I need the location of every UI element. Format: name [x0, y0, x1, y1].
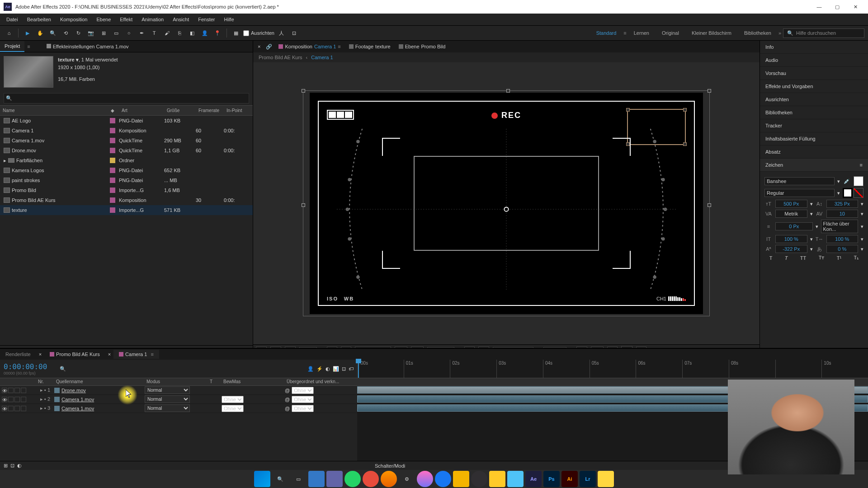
- chevron-down-icon[interactable]: ▾: [837, 178, 840, 184]
- workspace-bibliotheken[interactable]: Bibliotheken: [739, 28, 777, 38]
- menu-ansicht[interactable]: Ansicht: [168, 15, 193, 24]
- bold-icon[interactable]: T: [769, 255, 773, 261]
- breadcrumb-item[interactable]: Promo Bild AE Kurs: [259, 55, 302, 60]
- eyedropper-icon[interactable]: 💉: [843, 177, 851, 185]
- snap-opts2-icon[interactable]: ⊡: [289, 28, 300, 38]
- messenger-icon[interactable]: [417, 471, 433, 487]
- comp-tab-komposition[interactable]: Komposition Camera 1 ≡: [275, 42, 344, 51]
- menu-komposition[interactable]: Komposition: [56, 15, 92, 24]
- type-tool-icon[interactable]: T: [149, 28, 160, 38]
- allcaps-icon[interactable]: TT: [800, 255, 806, 261]
- tsume-field[interactable]: 0 %: [826, 245, 859, 253]
- stroke-mode-dropdown[interactable]: Fläche über Kon...: [821, 220, 859, 233]
- smallcaps-icon[interactable]: Tᴛ: [819, 255, 825, 261]
- ae-taskbar-icon[interactable]: Ae: [525, 471, 542, 487]
- timeline-ruler[interactable]: :00s01s02s03s04s05s06s07s08s10s: [357, 360, 868, 378]
- puppet-tool-icon[interactable]: 📍: [212, 28, 223, 38]
- tl-tab-menu-icon[interactable]: ≡: [151, 352, 153, 357]
- taskbar-search-icon[interactable]: 🔍: [272, 471, 288, 487]
- close-button[interactable]: ✕: [846, 0, 864, 14]
- brush-tool-icon[interactable]: 🖌: [161, 28, 172, 38]
- project-item[interactable]: Camera 1.mov QuickTime290 MB 60: [0, 136, 253, 145]
- parent-dropdown[interactable]: Ohne: [292, 387, 314, 394]
- explorer-icon[interactable]: [308, 471, 325, 487]
- project-item[interactable]: Drone.mov QuickTime1,1 GB 600:00:: [0, 145, 253, 155]
- clone-tool-icon[interactable]: ⎘: [174, 28, 185, 38]
- tl-search-icon[interactable]: 🔍: [60, 366, 66, 372]
- timeline-timecode[interactable]: 0:00:00:00: [4, 362, 47, 371]
- pen-tool-icon[interactable]: ✒: [136, 28, 147, 38]
- stroke-color-swatch[interactable]: [843, 188, 853, 198]
- start-icon[interactable]: [254, 471, 270, 487]
- playhead[interactable]: [358, 360, 359, 378]
- zoom-tool-icon[interactable]: 🔍: [47, 28, 58, 38]
- notes-icon[interactable]: [453, 471, 469, 487]
- no-color-swatch[interactable]: [854, 188, 863, 198]
- visibility-toggle[interactable]: 👁: [2, 397, 7, 402]
- rotate-tool-icon[interactable]: ↻: [73, 28, 84, 38]
- toggle-switches-icon[interactable]: ⊞: [4, 463, 8, 469]
- project-item[interactable]: Promo Bild Importe...G1,6 MB: [0, 185, 253, 195]
- subscript-icon[interactable]: T₁: [854, 255, 859, 261]
- col-in-header[interactable]: In-Point: [224, 107, 251, 114]
- pickwhip-icon[interactable]: @: [285, 406, 290, 411]
- folder-icon[interactable]: [489, 471, 505, 487]
- workspace-original[interactable]: Original: [656, 28, 684, 38]
- blend-mode-dropdown[interactable]: Normal: [145, 386, 190, 394]
- orbit-tool-icon[interactable]: ⟲: [60, 28, 71, 38]
- comp-close-icon[interactable]: ×: [255, 44, 263, 49]
- leading-field[interactable]: 325 Px: [826, 200, 859, 208]
- layer-hdr-bwm[interactable]: BewMas: [222, 378, 285, 385]
- font-size-field[interactable]: 500 Px: [775, 200, 807, 208]
- effect-controls-tab[interactable]: Effekteinstellungen Camera 1.mov: [42, 42, 133, 52]
- menu-hilfe[interactable]: Hilfe: [220, 15, 239, 24]
- menu-bearbeiten[interactable]: Bearbeiten: [23, 15, 56, 24]
- stroke-width-field[interactable]: 0 Px: [775, 222, 813, 230]
- app-red-icon[interactable]: [363, 471, 379, 487]
- timeline-layer-row[interactable]: 👁 ▸ ▪ 3 Camera 1.mov Normal Ohne @Ohne: [0, 404, 357, 413]
- tl-tab-promo[interactable]: Promo Bild AE Kurs: [44, 350, 105, 359]
- track-matte-dropdown[interactable]: Ohne: [222, 405, 244, 412]
- italic-icon[interactable]: T: [785, 255, 788, 261]
- project-item[interactable]: Promo Bild AE Kurs Komposition 300:00:: [0, 195, 253, 205]
- comp-tab-footage[interactable]: Footage texture: [345, 42, 394, 51]
- eraser-tool-icon[interactable]: ◧: [187, 28, 198, 38]
- panel-vorschau[interactable]: Vorschau: [760, 67, 868, 80]
- composition-viewer[interactable]: REC: [253, 62, 760, 344]
- panel-ausrichten[interactable]: Ausrichten: [760, 93, 868, 106]
- whatsapp-icon[interactable]: [344, 471, 361, 487]
- col-art-header[interactable]: Art: [119, 107, 164, 114]
- layer-hdr-t[interactable]: T: [208, 378, 222, 385]
- parent-dropdown[interactable]: Ohne: [292, 396, 314, 403]
- workspace-lernen[interactable]: Lernen: [628, 28, 655, 38]
- panel-menu-icon[interactable]: ≡: [860, 162, 863, 168]
- snap-opts-icon[interactable]: 人: [276, 28, 287, 38]
- fill-color-swatch[interactable]: [854, 176, 863, 186]
- home-icon[interactable]: ⌂: [4, 28, 14, 38]
- layer-hdr-name[interactable]: Quellenname: [54, 378, 145, 385]
- tl-draft-icon[interactable]: ⊡: [342, 366, 346, 372]
- baseline-field[interactable]: -322 Px: [775, 245, 807, 253]
- snap-grid-icon[interactable]: ▦: [231, 28, 241, 38]
- menu-effekt[interactable]: Effekt: [115, 15, 137, 24]
- tl-fx-icon[interactable]: ⚡: [316, 366, 323, 372]
- panel-content-fill[interactable]: Inhaltsbasierte Füllung: [760, 132, 868, 145]
- tl-tab-camera1[interactable]: Camera 1≡: [113, 350, 159, 359]
- timeline-layer-row[interactable]: 👁 ▸ ▪ 1 Drone.mov Normal @Ohne: [0, 386, 357, 395]
- hand-tool-icon[interactable]: ✋: [35, 28, 46, 38]
- col-size-header[interactable]: Größe: [164, 107, 196, 114]
- flowchart-icon[interactable]: 🔗: [264, 44, 274, 50]
- obs-icon[interactable]: [471, 471, 487, 487]
- firefox-icon[interactable]: [381, 471, 397, 487]
- tl-mb-icon[interactable]: ◐: [326, 366, 330, 372]
- menu-datei[interactable]: Datei: [2, 15, 23, 24]
- project-item[interactable]: Kamera Logos PNG-Datei652 KB: [0, 165, 253, 175]
- blend-mode-dropdown[interactable]: Normal: [145, 404, 190, 412]
- comp-tab-menu-icon[interactable]: ≡: [338, 44, 340, 49]
- switches-modes-label[interactable]: Schalter/Modi: [22, 463, 758, 469]
- toggle-modes-icon[interactable]: ⊡: [10, 463, 14, 469]
- workspace-menu-icon[interactable]: ≡: [623, 30, 626, 36]
- app-white-icon[interactable]: ⚙: [399, 471, 415, 487]
- visibility-toggle[interactable]: 👁: [2, 388, 7, 393]
- lr-taskbar-icon[interactable]: Lr: [580, 471, 596, 487]
